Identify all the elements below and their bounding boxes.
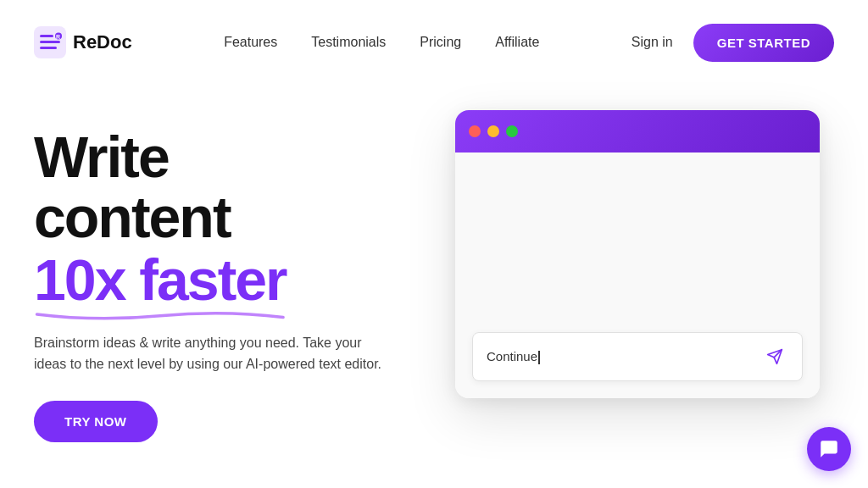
hero-heading-accent: 10x faster: [34, 248, 287, 312]
hero-left: Write content 10x faster Brainstorm idea…: [34, 102, 441, 442]
nav-link-features[interactable]: Features: [224, 35, 277, 50]
svg-rect-2: [40, 41, 60, 43]
browser-mockup: Continue: [455, 110, 820, 398]
underline-decoration: [34, 308, 287, 322]
send-button[interactable]: [761, 343, 788, 370]
browser-titlebar: [455, 110, 820, 152]
hero-heading: Write content 10x faster: [34, 127, 441, 312]
hero-right: Continue: [441, 102, 834, 398]
hero-section: Write content 10x faster Brainstorm idea…: [0, 85, 868, 488]
nav-link-affiliate[interactable]: Affiliate: [495, 35, 539, 50]
chat-icon: [818, 438, 840, 460]
nav-link-pricing[interactable]: Pricing: [420, 35, 461, 50]
nav-right: Sign in GET STARTED: [632, 24, 834, 62]
logo-icon: R: [34, 26, 66, 58]
chat-widget[interactable]: [807, 427, 851, 471]
browser-dot-yellow: [487, 125, 499, 137]
logo-text: ReDoc: [73, 31, 132, 53]
get-started-button[interactable]: GET STARTED: [693, 24, 834, 62]
browser-dot-green: [506, 125, 518, 137]
hero-heading-line1: Write: [34, 127, 441, 187]
nav-links: Features Testimonials Pricing Affiliate: [224, 35, 539, 50]
logo[interactable]: R ReDoc: [34, 26, 132, 58]
send-icon: [766, 348, 783, 365]
nav-link-testimonials[interactable]: Testimonials: [311, 35, 386, 50]
chat-input-area: Continue: [472, 332, 803, 381]
try-now-button[interactable]: TRY NOW: [34, 401, 158, 442]
svg-text:R: R: [56, 34, 60, 40]
chat-input-text: Continue: [487, 349, 754, 364]
svg-rect-1: [40, 35, 53, 37]
text-cursor: [538, 351, 540, 364]
hero-description: Brainstorm ideas & write anything you ne…: [34, 332, 390, 375]
navbar: R ReDoc Features Testimonials Pricing Af…: [0, 0, 868, 85]
sign-in-link[interactable]: Sign in: [632, 35, 673, 50]
browser-dot-red: [469, 125, 481, 137]
svg-rect-3: [40, 47, 57, 49]
browser-body: Continue: [455, 152, 820, 398]
hero-heading-line2: content: [34, 187, 441, 247]
